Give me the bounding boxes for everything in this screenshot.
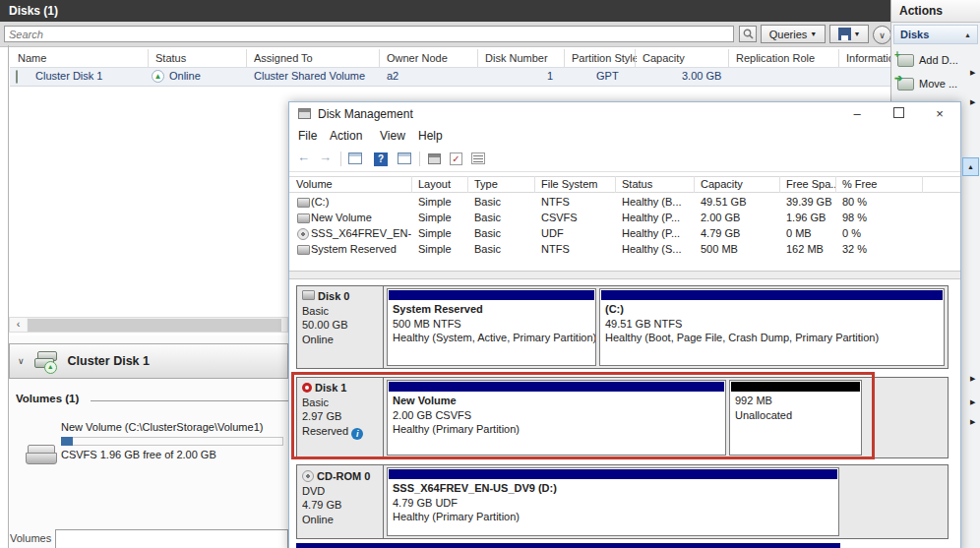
partition-health: Healthy (Primary Partition) — [388, 422, 725, 437]
cluster-disk-number: 1 — [547, 70, 561, 82]
cdrom-row: CD-ROM 0 DVD 4.79 GB Online SSS_X64FREV_… — [296, 464, 949, 539]
volume-row[interactable]: New Volume Simple Basic CSVFS Healthy (P… — [289, 210, 960, 225]
expand-chevron-icon[interactable]: ∨ — [18, 356, 25, 366]
volume-row[interactable]: (C:) Simple Basic NTFS Healthy (B... 49.… — [289, 194, 960, 210]
disk-1-state: Reserved — [302, 425, 348, 437]
dm-window-title: Disk Management — [318, 102, 515, 126]
disk-0-state: Online — [302, 333, 378, 347]
partition-size-fs: 49.51 GB NTFS — [600, 317, 944, 332]
pane-splitter[interactable] — [289, 271, 960, 279]
vl-col-capacity[interactable]: Capacity — [694, 176, 779, 193]
column-separator — [246, 49, 247, 67]
column-header-assigned-to[interactable]: Assigned To — [254, 49, 377, 67]
partition-new-volume[interactable]: New Volume 2.00 GB CSVFS Healthy (Primar… — [387, 380, 726, 456]
save-query-button[interactable]: ▼ — [829, 25, 869, 43]
actions-scroll-up-button[interactable]: ▲ — [962, 157, 979, 176]
vl-col-volume[interactable]: Volume — [289, 176, 411, 193]
disk-1-label[interactable]: Disk 1 Basic 2.97 GB Reserved i — [297, 378, 384, 457]
help-icon[interactable]: ? — [374, 152, 388, 166]
vol-name: SSS_X64FREV_EN-... — [304, 225, 411, 242]
vl-col-file-system[interactable]: File System — [534, 176, 615, 193]
vl-col-layout[interactable]: Layout — [411, 176, 467, 193]
vol-fs: NTFS — [534, 194, 615, 211]
vol-fs: UDF — [534, 225, 615, 242]
menu-help[interactable]: Help — [418, 129, 443, 143]
back-icon[interactable]: ← — [297, 150, 310, 164]
disk-0-label[interactable]: Disk 0 Basic 50.00 GB Online — [297, 286, 384, 368]
disk-error-icon — [302, 383, 312, 393]
info-icon[interactable]: i — [351, 428, 363, 440]
summary-header-title: Cluster Disk 1 — [68, 354, 150, 368]
action-add-disk[interactable]: + Add D... — [891, 48, 980, 72]
volume-usage-bar — [61, 437, 283, 446]
actions-group-disks[interactable]: Disks ▲ — [893, 25, 978, 44]
column-separator — [379, 49, 380, 67]
cluster-disk-capacity: 3.00 GB — [682, 70, 736, 82]
cluster-disk-name: Cluster Disk 1 — [35, 70, 144, 82]
disks-panel-title: Disks (1) — [0, 0, 890, 22]
show-console-tree-icon[interactable] — [348, 152, 362, 164]
menu-view[interactable]: View — [380, 129, 405, 143]
column-header-disk-number[interactable]: Disk Number — [485, 49, 564, 67]
partition-c-drive[interactable]: (C:) 49.51 GB NTFS Healthy (Boot, Page F… — [599, 288, 945, 366]
partition-dvd[interactable]: SSS_X64FREV_EN-US_DV9 (D:) 4.79 GB UDF H… — [387, 467, 839, 536]
show-action-pane-icon[interactable] — [398, 152, 411, 164]
partition-health: Healthy (System, Active, Primary Partiti… — [388, 331, 595, 345]
vol-pct: 98 % — [835, 210, 894, 226]
vol-name: New Volume — [304, 210, 411, 226]
view-options-icon[interactable] — [471, 152, 485, 164]
unallocated-color-bar — [731, 382, 860, 392]
close-button[interactable]: × — [919, 102, 960, 126]
search-input[interactable] — [4, 26, 734, 42]
vol-name: (C:) — [304, 194, 411, 211]
forward-icon[interactable]: → — [319, 150, 332, 164]
cdrom-label[interactable]: CD-ROM 0 DVD 4.79 GB Online — [297, 465, 384, 538]
vol-capacity: 4.79 GB — [694, 225, 779, 242]
partition-system-reserved[interactable]: System Reserved 500 MB NTFS Healthy (Sys… — [387, 288, 596, 366]
vl-col-type[interactable]: Type — [467, 176, 534, 193]
minimize-icon: – — [853, 106, 860, 121]
column-separator — [564, 49, 565, 67]
queries-button[interactable]: Queries ▼ — [761, 25, 826, 43]
menu-action[interactable]: Action — [330, 129, 362, 143]
rescan-icon[interactable]: ✓ — [450, 152, 462, 165]
cdrom-name: CD-ROM 0 — [317, 470, 370, 482]
vl-col-status[interactable]: Status — [615, 176, 694, 193]
menu-file[interactable]: File — [298, 129, 317, 143]
vl-col-free-space[interactable]: Free Spa... — [779, 176, 835, 193]
partition-unallocated[interactable]: 992 MB Unallocated — [729, 380, 862, 456]
properties-icon[interactable] — [428, 153, 441, 164]
search-button[interactable] — [739, 26, 757, 42]
summary-header[interactable]: ∨ ▲ Cluster Disk 1 — [9, 343, 288, 379]
maximize-button[interactable] — [878, 102, 919, 126]
vol-pct: 80 % — [835, 194, 894, 211]
column-separator — [728, 49, 729, 67]
column-header-information[interactable]: Information — [846, 49, 890, 67]
column-header-partition-style[interactable]: Partition Style — [572, 49, 637, 67]
unallocated-label: Unallocated — [730, 408, 861, 423]
cluster-disk-large-icon: ▲ — [34, 350, 58, 372]
bottom-tab-strip[interactable] — [55, 529, 288, 548]
cluster-disk-owner-node: a2 — [387, 70, 446, 82]
collapse-search-button[interactable]: ∨ — [873, 26, 891, 44]
column-header-name[interactable]: Name — [18, 49, 141, 67]
column-header-capacity[interactable]: Capacity — [643, 49, 726, 67]
partition-size-fs: 500 MB NTFS — [388, 317, 595, 332]
volume-row[interactable]: SSS_X64FREV_EN-... Simple Basic UDF Heal… — [289, 225, 960, 241]
column-header-status[interactable]: Status — [155, 49, 244, 67]
dropdown-icon: ▼ — [810, 30, 817, 37]
volume-row[interactable]: System Reserved Simple Basic NTFS Health… — [289, 241, 960, 257]
move-disk-icon: ➔ — [897, 78, 914, 91]
collapse-icon[interactable]: ▲ — [964, 31, 971, 38]
minimize-button[interactable]: – — [836, 102, 878, 126]
bottom-tab-label[interactable]: Volumes — [10, 532, 55, 544]
scrollbar-thumb[interactable] — [28, 319, 281, 332]
column-separator — [148, 49, 149, 67]
scroll-left-button[interactable]: ‹ — [10, 318, 27, 332]
action-move-label: Move ... — [919, 78, 957, 90]
vl-col-pct-free[interactable]: % Free — [835, 176, 922, 193]
column-header-replication-role[interactable]: Replication Role — [736, 49, 834, 67]
vol-status: Healthy (P... — [615, 225, 694, 242]
action-move[interactable]: ➔ Move ... — [891, 72, 980, 95]
column-header-owner-node[interactable]: Owner Node — [387, 49, 475, 67]
